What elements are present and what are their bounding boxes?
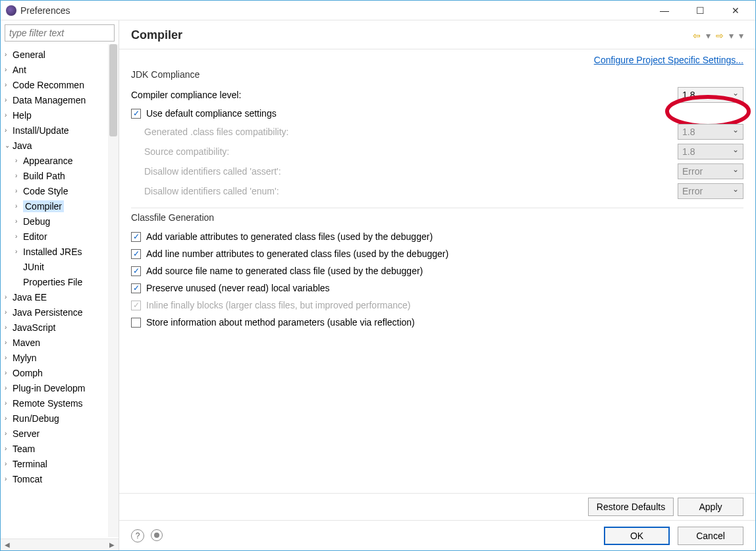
tree-item-run-debug[interactable]: ›Run/Debug (1, 411, 119, 426)
chevron-icon: › (5, 66, 13, 73)
tree-item-label: Help (13, 110, 32, 121)
tree-item-label: General (13, 49, 45, 60)
tree-item-data-managemen[interactable]: ›Data Managemen (1, 92, 119, 107)
tree-item-team[interactable]: ›Team (1, 441, 119, 456)
preserve-unused-checkbox[interactable]: ✓Preserve unused (never read) local vari… (131, 279, 743, 297)
tree-item-remote-systems[interactable]: ›Remote Systems (1, 395, 119, 411)
help-icon[interactable]: ? (131, 529, 144, 542)
configure-project-link[interactable]: Configure Project Specific Settings... (594, 55, 743, 65)
tree-item-code-recommen[interactable]: ›Code Recommen (1, 77, 119, 92)
tree-item-build-path[interactable]: ›Build Path (1, 168, 119, 183)
tree-item-help[interactable]: ›Help (1, 107, 119, 123)
page-title: Compiler (131, 28, 693, 42)
chevron-icon: › (5, 127, 13, 134)
disallow-assert-label: Disallow identifiers called 'assert': (144, 166, 678, 177)
chevron-icon: › (5, 308, 13, 316)
tree-item-mylyn[interactable]: ›Mylyn (1, 350, 119, 365)
add-variable-attr-checkbox[interactable]: ✓Add variable attributes to generated cl… (131, 228, 743, 245)
tree-item-label: Data Managemen (13, 95, 86, 105)
tree-item-label: Build Path (23, 171, 65, 181)
tree-item-maven[interactable]: ›Maven (1, 335, 119, 350)
ok-button[interactable]: OK (604, 527, 670, 545)
record-icon[interactable] (151, 529, 163, 541)
compliance-level-select[interactable]: 1.8 (678, 87, 743, 103)
tree-item-appearance[interactable]: ›Appearance (1, 153, 119, 168)
tree-item-label: Terminal (13, 459, 47, 469)
forward-menu-icon[interactable]: ▾ (729, 30, 734, 41)
tree-item-compiler[interactable]: ›Compiler (1, 198, 119, 214)
chevron-icon: › (15, 248, 23, 255)
back-icon[interactable]: ⇦ (693, 30, 701, 41)
titlebar: Preferences — ☐ ✕ (1, 1, 755, 20)
classfile-group: Classfile Generation (131, 212, 743, 223)
tree-item-label: Editor (23, 231, 47, 242)
tree-item-label: Properties File (23, 277, 82, 287)
tree-item-label: Tomcat (13, 474, 42, 484)
tree-item-properties-file[interactable]: Properties File (1, 274, 119, 289)
tree-item-install-update[interactable]: ›Install/Update (1, 123, 119, 138)
tree-item-label: Installed JREs (23, 246, 82, 257)
chevron-icon: › (5, 415, 13, 422)
tree-item-label: Java Persistence (13, 307, 83, 318)
tree-item-label: Oomph (13, 368, 43, 378)
tree-item-code-style[interactable]: ›Code Style (1, 183, 119, 198)
chevron-icon: ⌄ (5, 142, 13, 149)
tree-item-label: Debug (23, 216, 50, 227)
tree-item-java-ee[interactable]: ›Java EE (1, 289, 119, 304)
cancel-button[interactable]: Cancel (678, 527, 743, 545)
tree-item-label: Java EE (13, 292, 47, 303)
tree-item-javascript[interactable]: ›JavaScript (1, 320, 119, 335)
tree-item-installed-jres[interactable]: ›Installed JREs (1, 244, 119, 259)
tree-item-tomcat[interactable]: ›Tomcat (1, 471, 119, 486)
tree-item-label: Java (13, 140, 32, 151)
tree-item-ant[interactable]: ›Ant (1, 62, 119, 77)
tree-item-plug-in-developm[interactable]: ›Plug-in Developm (1, 380, 119, 395)
tree-item-debug[interactable]: ›Debug (1, 214, 119, 229)
tree-item-general[interactable]: ›General (1, 47, 119, 62)
chevron-icon: › (15, 187, 23, 194)
tree-item-label: Code Recommen (13, 80, 84, 90)
chevron-icon: › (5, 399, 13, 407)
view-menu-icon[interactable]: ▾ (739, 30, 743, 41)
close-button[interactable]: ✕ (724, 1, 747, 20)
filter-input[interactable] (5, 24, 115, 42)
chevron-icon: › (5, 430, 13, 437)
minimize-button[interactable]: — (653, 1, 676, 20)
tree-item-java[interactable]: ⌄Java (1, 138, 119, 153)
tree-item-label: Run/Debug (13, 413, 59, 424)
forward-icon[interactable]: ⇨ (716, 30, 724, 41)
maximize-button[interactable]: ☐ (688, 1, 712, 20)
chevron-icon: › (5, 339, 13, 346)
window-title: Preferences (20, 5, 653, 16)
eclipse-icon (6, 5, 16, 16)
chevron-icon: › (5, 460, 13, 467)
horizontal-scrollbar[interactable]: ◀▶ (1, 538, 119, 550)
tree-item-label: Install/Update (13, 125, 69, 136)
apply-button[interactable]: Apply (678, 498, 743, 516)
tree-item-label: Plug-in Developm (13, 383, 86, 393)
store-method-params-checkbox[interactable]: Store information about method parameter… (131, 314, 743, 331)
tree-item-server[interactable]: ›Server (1, 426, 119, 441)
tree-item-junit[interactable]: JUnit (1, 259, 119, 274)
inline-finally-checkbox: ✓Inline finally blocks (larger class fil… (131, 297, 743, 314)
chevron-icon: › (15, 233, 23, 240)
back-menu-icon[interactable]: ▾ (706, 30, 711, 41)
generated-class-select: 1.8 (678, 124, 743, 140)
chevron-icon: › (5, 96, 13, 103)
preferences-tree[interactable]: ›General›Ant›Code Recommen›Data Manageme… (1, 45, 119, 538)
use-default-checkbox[interactable]: ✓ Use default compliance settings (131, 105, 743, 122)
chevron-icon: › (5, 475, 13, 482)
tree-item-java-persistence[interactable]: ›Java Persistence (1, 304, 119, 320)
tree-item-label: JavaScript (13, 322, 55, 333)
add-source-file-checkbox[interactable]: ✓Add source file name to generated class… (131, 262, 743, 279)
chevron-icon: › (5, 354, 13, 361)
restore-defaults-button[interactable]: Restore Defaults (588, 498, 674, 516)
chevron-icon: › (5, 369, 13, 376)
tree-item-terminal[interactable]: ›Terminal (1, 456, 119, 471)
disallow-assert-select: Error (678, 163, 743, 179)
tree-item-label: JUnit (23, 262, 44, 272)
vertical-scrollbar[interactable] (108, 44, 119, 537)
tree-item-editor[interactable]: ›Editor (1, 229, 119, 244)
tree-item-oomph[interactable]: ›Oomph (1, 365, 119, 380)
add-line-number-checkbox[interactable]: ✓Add line number attributes to generated… (131, 245, 743, 262)
